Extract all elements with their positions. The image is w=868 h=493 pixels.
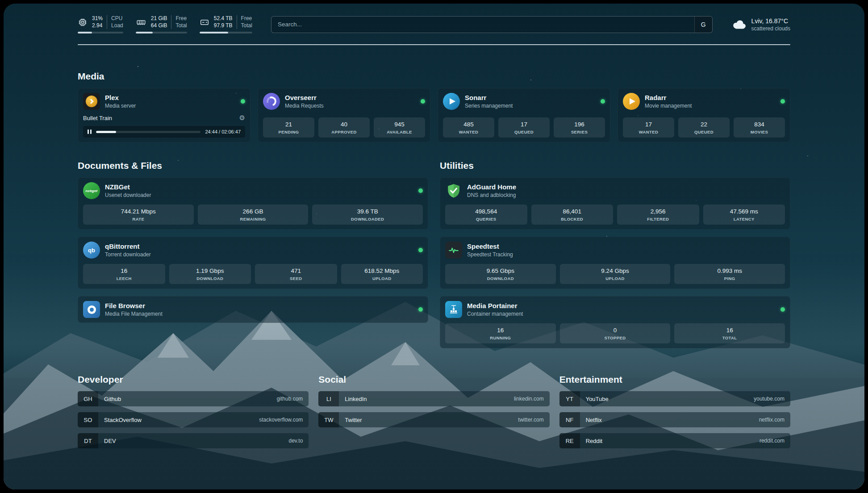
stat-available: 945AVAILABLE	[374, 117, 425, 138]
status-dot	[601, 99, 605, 104]
stat-download: 9.65 GbpsDOWNLOAD	[445, 264, 556, 284]
stat-queries: 498,564QUERIES	[445, 205, 527, 225]
service-name: Radarr	[645, 94, 692, 101]
bookmark-name: Twitter	[339, 417, 362, 423]
search-input[interactable]	[271, 21, 694, 28]
bookmark-reddit[interactable]: RE Reddit reddit.com	[559, 433, 790, 448]
disk-labels: FreeTotal	[237, 15, 252, 29]
status-dot	[421, 99, 425, 104]
bookmark-url: twitter.com	[518, 417, 549, 423]
service-name: NZBGet	[105, 183, 151, 191]
service-card-filebrowser[interactable]: File Browser Media File Management	[78, 296, 428, 323]
service-card-radarr[interactable]: Radarr Movie management 17WANTED 22QUEUE…	[618, 88, 790, 142]
bookmark-name: Netflix	[580, 417, 602, 423]
cpu-labels: CPULoad	[107, 15, 123, 29]
cloud-icon	[731, 19, 747, 30]
playback-progress-track	[96, 131, 200, 133]
memory-values: 21 GiB64 GiB	[151, 15, 167, 29]
bookmark-twitter[interactable]: TW Twitter twitter.com	[318, 412, 549, 427]
service-desc: Series management	[465, 103, 513, 109]
radarr-icon	[623, 93, 640, 110]
bookmark-url: dev.to	[289, 438, 309, 444]
section-title-developer: Developer	[78, 374, 309, 385]
service-name: Sonarr	[465, 94, 513, 101]
cpu-progress-bar	[78, 32, 123, 33]
stat-download: 1.19 GbpsDOWNLOAD	[169, 264, 251, 284]
plex-player-bar: 24:44 / 02:06:47	[83, 126, 245, 138]
now-playing-title: Bullet Train	[83, 115, 112, 121]
stat-pending: 21PENDING	[263, 117, 314, 138]
service-card-speedtest[interactable]: Speedtest Speedtest Tracking 9.65 GbpsDO…	[440, 237, 790, 289]
pause-icon[interactable]	[88, 130, 92, 134]
gear-icon[interactable]: ⚙	[239, 114, 245, 122]
bookmark-url: netflix.com	[759, 417, 790, 423]
weather-condition: scattered clouds	[751, 25, 790, 32]
service-desc: Container management	[467, 311, 523, 317]
stat-ping: 0.993 msPING	[674, 264, 785, 284]
service-name: Speedtest	[467, 242, 513, 250]
disk-values: 52.4 TB97.9 TB	[214, 15, 233, 29]
bookmark-youtube[interactable]: YT YouTube youtube.com	[559, 391, 790, 406]
bookmark-abbr: GH	[78, 391, 98, 406]
stat-total: 16TOTAL	[674, 323, 785, 343]
section-title-social: Social	[318, 374, 549, 385]
disk-icon	[200, 17, 209, 27]
bookmark-netflix[interactable]: NF Netflix netflix.com	[559, 412, 790, 427]
service-card-overseerr[interactable]: Overseerr Media Requests 21PENDING 40APP…	[258, 88, 430, 142]
dashboard-window: 31%2.94 CPULoad	[4, 4, 864, 489]
stat-upload: 618.52 MbpsUPLOAD	[341, 264, 423, 284]
stat-wanted: 485WANTED	[443, 117, 494, 138]
nzbget-icon: nzbget	[83, 182, 100, 199]
bookmark-stackoverflow[interactable]: SO StackOverflow stackoverflow.com	[78, 412, 309, 427]
speedtest-icon	[445, 242, 462, 259]
bookmark-abbr: SO	[78, 412, 98, 427]
bookmark-abbr: NF	[559, 412, 580, 427]
stat-filtered: 2,956FILTERED	[617, 205, 699, 225]
stat-stopped: 0STOPPED	[560, 323, 671, 343]
bookmark-dev[interactable]: DT DEV dev.to	[78, 433, 309, 448]
service-desc: Torrent downloader	[105, 251, 151, 258]
service-desc: Media Requests	[285, 103, 324, 109]
search-engine-button[interactable]: G	[694, 17, 712, 33]
bookmarks-entertainment: Entertainment YT YouTube youtube.com NF …	[559, 374, 790, 454]
stat-downloaded: 39.6 TBDOWNLOADED	[312, 205, 423, 225]
plex-icon	[83, 93, 100, 110]
cpu-values: 31%2.94	[92, 15, 103, 29]
bookmark-url: stackoverflow.com	[259, 417, 309, 423]
bookmark-url: linkedin.com	[514, 396, 550, 402]
top-bar: 31%2.94 CPULoad	[78, 15, 790, 33]
service-name: AdGuard Home	[467, 183, 516, 191]
service-card-sonarr[interactable]: Sonarr Series management 485WANTED 17QUE…	[438, 88, 610, 142]
search-bar: G	[271, 16, 713, 33]
service-desc: Media server	[105, 103, 136, 109]
filebrowser-icon	[83, 301, 100, 318]
bookmark-github[interactable]: GH Github github.com	[78, 391, 309, 406]
section-title-documents: Documents & Files	[78, 160, 428, 171]
bookmark-abbr: LI	[318, 391, 339, 406]
bookmark-linkedin[interactable]: LI LinkedIn linkedin.com	[318, 391, 549, 406]
memory-progress-bar	[136, 32, 187, 33]
bookmark-name: DEV	[98, 438, 116, 444]
service-card-adguard[interactable]: AdGuard Home DNS and adblocking 498,564Q…	[440, 177, 790, 230]
service-card-plex[interactable]: Plex Media server Bullet Train ⚙	[78, 88, 250, 142]
utilities-column: Utilities AdGuard Home	[440, 160, 790, 348]
bookmark-abbr: DT	[78, 433, 98, 448]
section-title-media: Media	[78, 71, 790, 82]
stat-rate: 744.21 MbpsRATE	[83, 205, 194, 225]
service-card-qbittorrent[interactable]: qb qBittorrent Torrent downloader 16LEEC…	[78, 237, 428, 289]
service-card-portainer[interactable]: Media Portainer Container management 16R…	[440, 296, 790, 348]
bookmarks-developer: Developer GH Github github.com SO StackO…	[78, 374, 309, 454]
bookmark-url: github.com	[277, 396, 309, 402]
status-dot	[418, 307, 423, 312]
qbittorrent-icon: qb	[83, 242, 100, 259]
bookmark-name: YouTube	[580, 396, 609, 402]
playback-progress-fill	[96, 131, 116, 133]
stat-running: 16RUNNING	[445, 323, 556, 343]
overseerr-icon	[263, 93, 280, 110]
service-name: Media Portainer	[467, 302, 523, 309]
weather-widget: Lviv, 16.87°C scattered clouds	[731, 17, 790, 32]
stat-series: 196SERIES	[554, 117, 605, 138]
service-desc: Media File Management	[105, 311, 163, 317]
status-dot	[780, 307, 785, 312]
service-card-nzbget[interactable]: nzbget NZBGet Usenet downloader 744.21 M…	[78, 177, 428, 230]
